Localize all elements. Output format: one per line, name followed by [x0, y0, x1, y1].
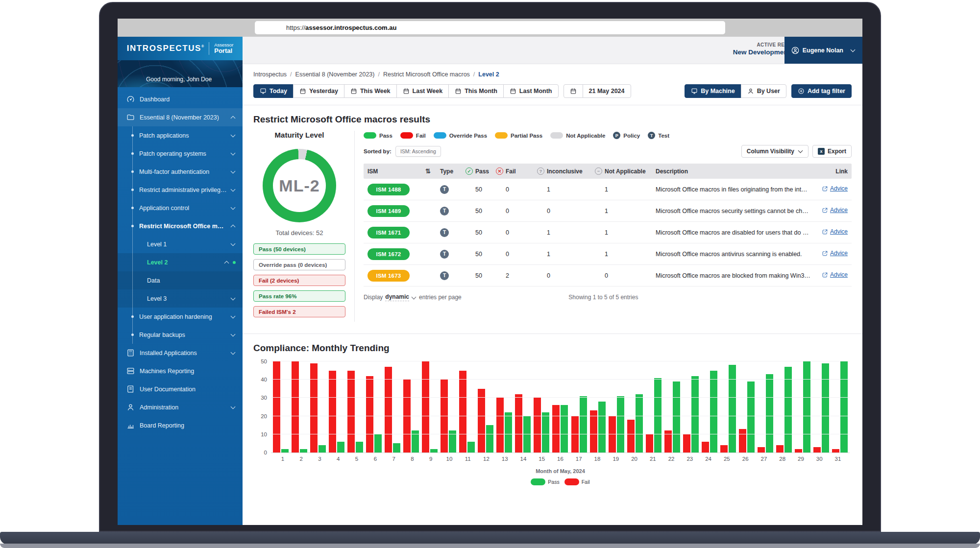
export-button[interactable]: x Export	[812, 145, 852, 158]
fail-bar[interactable]	[552, 405, 560, 453]
advice-link[interactable]: Advice	[822, 250, 848, 257]
user-menu[interactable]: Eugene Nolan	[784, 37, 862, 64]
pass-bar[interactable]	[636, 394, 643, 453]
date-filter-last-week[interactable]: Last Week	[396, 84, 449, 98]
pass-bar[interactable]	[766, 374, 773, 453]
sidebar-item-user-application-hardening[interactable]: User application hardening	[118, 308, 243, 326]
sidebar-item-level-2[interactable]: Level 2	[118, 253, 243, 271]
pass-bar[interactable]	[318, 445, 326, 453]
date-filter-yesterday[interactable]: Yesterday	[293, 84, 344, 98]
add-tag-filter-button[interactable]: Add tag filter	[791, 84, 852, 98]
fail-bar[interactable]	[347, 371, 355, 453]
sidebar-item-machines-reporting[interactable]: Machines Reporting	[118, 362, 243, 380]
fail-bar[interactable]	[776, 445, 784, 453]
breadcrumb-item[interactable]: Level 2	[478, 71, 499, 78]
pass-bar[interactable]	[840, 361, 848, 453]
fail-bar[interactable]	[273, 361, 280, 453]
pass-bar[interactable]	[542, 412, 549, 453]
sidebar-item-data[interactable]: Data	[118, 271, 243, 289]
sidebar-item-user-documentation[interactable]: User Documentation	[118, 380, 243, 398]
sidebar-item-essential-8-november-2023-[interactable]: Essential 8 (November 2023)	[118, 108, 243, 126]
breadcrumb-item[interactable]: Essential 8 (November 2023)	[295, 71, 375, 78]
pass-bar[interactable]	[561, 405, 568, 453]
advice-link[interactable]: Advice	[822, 271, 848, 278]
pass-bar[interactable]	[784, 367, 792, 453]
pass-bar[interactable]	[580, 396, 587, 453]
pass-bar[interactable]	[747, 381, 755, 453]
pass-bar[interactable]	[374, 434, 382, 453]
fail-bar[interactable]	[385, 367, 392, 453]
sidebar-item-board-reporting[interactable]: Board Reporting	[118, 416, 243, 434]
fail-bar[interactable]	[832, 449, 839, 453]
sort-chip[interactable]: ISM: Ascending	[395, 146, 441, 157]
sidebar-item-level-3[interactable]: Level 3	[118, 289, 243, 308]
pass-bar[interactable]	[467, 442, 475, 453]
ism-badge[interactable]: ISM 1489	[368, 205, 410, 217]
fail-bar[interactable]	[478, 389, 485, 453]
fail-bar[interactable]	[739, 429, 746, 453]
date-filter-last-month[interactable]: Last Month	[503, 84, 559, 98]
fail-bar[interactable]	[702, 442, 709, 453]
fail-bar[interactable]	[310, 363, 318, 453]
pass-bar[interactable]	[486, 425, 493, 453]
sidebar-item-level-1[interactable]: Level 1	[118, 235, 243, 253]
pass-bar[interactable]	[393, 443, 400, 453]
fail-bar[interactable]	[496, 398, 504, 453]
fail-bar[interactable]	[515, 394, 522, 453]
pass-bar[interactable]	[691, 376, 699, 453]
fail-bar[interactable]	[758, 447, 765, 453]
date-filter-today[interactable]: Today	[253, 84, 294, 98]
column-visibility-button[interactable]: Column Visibility	[741, 145, 808, 158]
ism-badge[interactable]: ISM 1488	[368, 184, 410, 195]
breadcrumb-item[interactable]: Restrict Microsoft Office macros	[383, 71, 470, 78]
sidebar-item-installed-applications[interactable]: Installed Applications	[118, 344, 243, 362]
ism-badge[interactable]: ISM 1671	[368, 227, 410, 238]
fail-bar[interactable]	[590, 410, 597, 453]
pass-bar[interactable]	[673, 381, 680, 453]
pass-bar[interactable]	[803, 361, 810, 453]
ism-badge[interactable]: ISM 1673	[368, 270, 410, 282]
pass-bar[interactable]	[505, 412, 512, 453]
fail-bar[interactable]	[646, 434, 653, 453]
pass-bar[interactable]	[337, 442, 344, 453]
date-filter-this-week[interactable]: This Week	[344, 84, 397, 98]
sidebar-item-multi-factor-authentication[interactable]: Multi-factor authentication	[118, 163, 243, 181]
fail-bar[interactable]	[720, 445, 728, 453]
pass-bar[interactable]	[729, 365, 736, 453]
pass-bar[interactable]	[822, 363, 829, 453]
fail-bar[interactable]	[422, 361, 429, 453]
pass-bar[interactable]	[598, 402, 606, 453]
fail-bar[interactable]	[366, 376, 373, 453]
pass-bar[interactable]	[300, 449, 307, 453]
sidebar-item-patch-applications[interactable]: Patch applications	[118, 126, 243, 144]
sidebar-item-restrict-microsoft-office-macros[interactable]: Restrict Microsoft Office macros	[118, 217, 243, 235]
sidebar-item-regular-backups[interactable]: Regular backups	[118, 326, 243, 344]
sort-icon[interactable]: ⇅	[425, 167, 431, 175]
address-bar[interactable]: https://assessor.introspectus.com.au	[255, 21, 725, 34]
fail-bar[interactable]	[627, 420, 635, 453]
pass-bar[interactable]	[356, 442, 363, 453]
advice-link[interactable]: Advice	[822, 185, 848, 192]
sidebar-item-application-control[interactable]: Application control	[118, 199, 243, 217]
date-picker-icon-button[interactable]	[564, 84, 583, 98]
fail-bar[interactable]	[795, 449, 802, 453]
view-filter-by-user[interactable]: By User	[741, 84, 786, 98]
advice-link[interactable]: Advice	[822, 207, 848, 214]
date-filter-this-month[interactable]: This Month	[448, 84, 504, 98]
brand-logo[interactable]: INTROSPECTUS® Assessor Portal	[118, 37, 243, 60]
fail-bar[interactable]	[292, 361, 299, 453]
fail-bar[interactable]	[813, 447, 821, 453]
pass-bar[interactable]	[430, 449, 438, 453]
pass-bar[interactable]	[281, 449, 289, 453]
fail-bar[interactable]	[329, 371, 336, 453]
fail-bar[interactable]	[683, 434, 690, 453]
sidebar-item-dashboard[interactable]: Dashboard	[118, 90, 243, 108]
table-header-sort-toggle[interactable]: ⇅	[425, 167, 440, 175]
breadcrumb-item[interactable]: Introspectus	[253, 71, 287, 78]
sidebar-item-restrict-administrative-privileges[interactable]: Restrict administrative privileges	[118, 181, 243, 199]
fail-bar[interactable]	[534, 398, 541, 453]
fail-bar[interactable]	[459, 371, 466, 453]
advice-link[interactable]: Advice	[822, 228, 848, 235]
view-filter-by-machine[interactable]: By Machine	[685, 84, 741, 98]
sidebar-item-patch-operating-systems[interactable]: Patch operating systems	[118, 144, 243, 163]
